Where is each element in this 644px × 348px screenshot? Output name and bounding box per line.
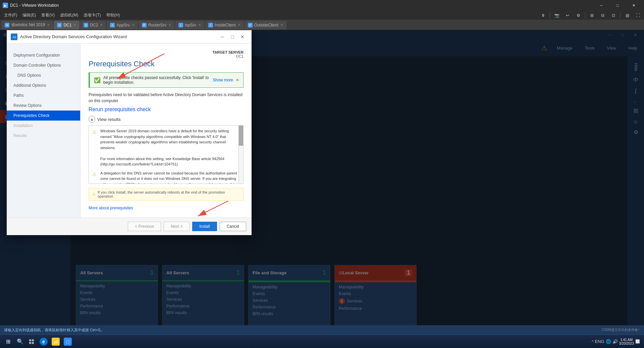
settings-icon[interactable]: ⚙ <box>574 11 583 20</box>
menu-help[interactable]: 帮助(H) <box>104 11 123 20</box>
menu-vm[interactable]: 虚拟机(M) <box>57 11 81 20</box>
view-results[interactable]: ▲ View results <box>89 116 244 123</box>
nav-review-options[interactable]: Review Options <box>7 100 80 111</box>
fullscreen-icon[interactable]: ⛶ <box>633 11 643 20</box>
show-desktop[interactable]: ⬜ <box>635 339 640 344</box>
menu-file[interactable]: 文件(F) <box>1 11 20 20</box>
explorer-icon[interactable]: 📁 <box>50 336 62 348</box>
tab-close-routersrv[interactable]: ✕ <box>168 23 171 27</box>
status-text: 请输入定向到该虚拟机，请将鼠标指针移入其中或按 Ctrl+G。 <box>4 328 104 333</box>
tab-dc1[interactable]: D DC1 ✕ <box>54 21 79 29</box>
network-icon[interactable]: 🌐 <box>606 339 611 344</box>
view-results-toggle[interactable]: ▲ <box>89 116 95 123</box>
tab-insideclient[interactable]: I InsideClient ✕ <box>205 21 244 29</box>
tab-close-appsrv[interactable]: ✕ <box>132 23 135 27</box>
show-more-link[interactable]: Show more <box>213 78 233 82</box>
wizard-description: Prerequisites need to be validated befor… <box>89 92 244 104</box>
next-button[interactable]: Next > <box>164 222 190 231</box>
snapshot-icon[interactable]: 📷 <box>552 11 561 20</box>
taskview-button[interactable] <box>25 336 38 348</box>
tab-outsideclient[interactable]: O OutsideClient ✕ <box>245 21 286 29</box>
tray-expand[interactable]: ^ <box>592 340 593 344</box>
tab-label-routersrv: RouterSrv <box>148 23 166 27</box>
wizard-win-controls: ─ □ ✕ <box>217 32 248 42</box>
cancel-button[interactable]: Cancel <box>220 222 246 231</box>
toolbar-icons: ⏸ 📷 ↩ ⚙ ⊞ ⊟ ⊡ ▤ ⛶ <box>538 11 643 20</box>
result-text-2: A delegation for this DNS server cannot … <box>100 170 240 184</box>
svg-rect-7 <box>29 342 31 344</box>
install-button[interactable]: Install <box>192 222 217 231</box>
previous-button[interactable]: < Previous <box>128 222 161 231</box>
nav-additional-options[interactable]: Additional Options <box>7 80 80 90</box>
tab-close-dc2[interactable]: ✕ <box>100 23 103 27</box>
tabs-bar: W 省windos Net 2019 ✕ D DC1 ✕ D DC2 ✕ A A… <box>0 20 644 30</box>
console-icon[interactable]: ▤ <box>623 11 632 20</box>
svg-text:AD: AD <box>13 36 16 39</box>
wizard-close[interactable]: ✕ <box>237 32 248 42</box>
volume-icon[interactable]: 🔊 <box>612 339 618 344</box>
wizard-maximize[interactable]: □ <box>227 32 237 42</box>
wizard-main: TARGET SERVER DC1 Prerequisites Check ✅ … <box>80 44 252 217</box>
alert-text: All prerequisite checks passed successfu… <box>103 75 213 85</box>
results-scrollbar[interactable] <box>238 126 243 184</box>
layout2-icon[interactable]: ⊟ <box>598 11 607 20</box>
target-server-name: DC1 <box>89 54 244 58</box>
wizard-buttons: < Previous Next > Install Cancel <box>7 217 252 235</box>
tab-appsrv[interactable]: A AppSrv ✕ <box>107 21 138 29</box>
nav-dc-options[interactable]: Domain Controller Options <box>7 60 80 70</box>
menu-view[interactable]: 查看(V) <box>39 11 57 20</box>
system-clock[interactable]: 1:41 AM 3/20/2023 <box>619 338 634 345</box>
clock-date: 3/20/2023 <box>619 342 634 345</box>
tab-close-ispsrv[interactable]: ✕ <box>198 23 201 27</box>
layout3-icon[interactable]: ⊡ <box>609 11 618 20</box>
wizard-icon: AD <box>11 33 17 40</box>
nav-paths[interactable]: Paths <box>7 90 80 100</box>
separator3 <box>620 12 621 18</box>
tab-label-ispsrv: IspSrv <box>185 23 196 27</box>
results-scroll[interactable]: ⚠ Windows Server 2019 domain controllers… <box>89 125 244 184</box>
tab-close-outsideclient[interactable]: ✕ <box>280 23 283 27</box>
vmware-title: DC1 - VMware Workstation <box>10 3 594 8</box>
revert-icon[interactable]: ↩ <box>563 11 572 20</box>
tab-close-dc1[interactable]: ✕ <box>73 23 76 27</box>
nav-dns-options[interactable]: DNS Options <box>7 70 80 80</box>
target-server-info: TARGET SERVER DC1 <box>89 50 244 58</box>
wizard-minimize[interactable]: ─ <box>217 32 227 42</box>
scrollbar-thumb[interactable] <box>239 126 243 146</box>
ie-icon[interactable]: e <box>38 336 50 348</box>
minimize-button[interactable]: ─ <box>594 0 609 11</box>
warn-icon-1: ⚠ <box>92 129 98 134</box>
start-button[interactable]: ⊞ <box>1 336 15 348</box>
tab-icon-dc2: D <box>84 23 88 27</box>
tab-icon-insideclient: I <box>208 23 213 27</box>
tab-icon-windos: W <box>5 23 9 27</box>
menu-tabs[interactable]: 选项卡(T) <box>81 11 103 20</box>
nav-prerequisites-check[interactable]: Prerequisites Check <box>7 111 80 121</box>
tab-ispsrv[interactable]: I IspSrv ✕ <box>175 21 204 29</box>
alert-close-btn[interactable]: ✕ <box>236 78 239 82</box>
tab-icon-dc1: D <box>57 23 62 27</box>
maximize-button[interactable]: □ <box>610 0 625 11</box>
tab-close-insideclient[interactable]: ✕ <box>238 23 240 27</box>
tab-routersrv[interactable]: R RouterSrv ✕ <box>139 21 174 29</box>
tab-windos[interactable]: W 省windos Net 2019 ✕ <box>1 21 53 29</box>
tab-dc2[interactable]: D DC2 ✕ <box>80 21 106 29</box>
alert-success-icon: ✅ <box>94 77 101 83</box>
rerun-link[interactable]: Rerun prerequisites check <box>89 107 151 112</box>
more-about-link[interactable]: More about prerequisites <box>89 206 133 210</box>
menu-edit[interactable]: 编辑(E) <box>20 11 39 20</box>
nav-installation: Installation <box>7 121 80 131</box>
layout1-icon[interactable]: ⊞ <box>587 11 597 20</box>
pause-icon[interactable]: ⏸ <box>538 11 548 20</box>
separator2 <box>585 12 585 18</box>
close-button[interactable]: ✕ <box>626 0 641 11</box>
tab-close-windos[interactable]: ✕ <box>47 23 50 27</box>
search-button[interactable]: 🔍 <box>15 336 25 348</box>
tab-label-dc2: DC2 <box>90 23 98 27</box>
alert-banner: ✅ All prerequisite checks passed success… <box>89 72 244 88</box>
vmware-icon: ▶ <box>3 3 8 8</box>
app-icon[interactable]: □ <box>62 336 74 348</box>
wizard-dialog: AD Active Directory Domain Services Conf… <box>7 30 252 235</box>
status-bar: 请输入定向到该虚拟机，请将鼠标指针移入其中或按 Ctrl+G。 CSDN@王玖玖… <box>0 325 644 335</box>
nav-deployment-config[interactable]: Deployment Configuration <box>7 50 80 60</box>
